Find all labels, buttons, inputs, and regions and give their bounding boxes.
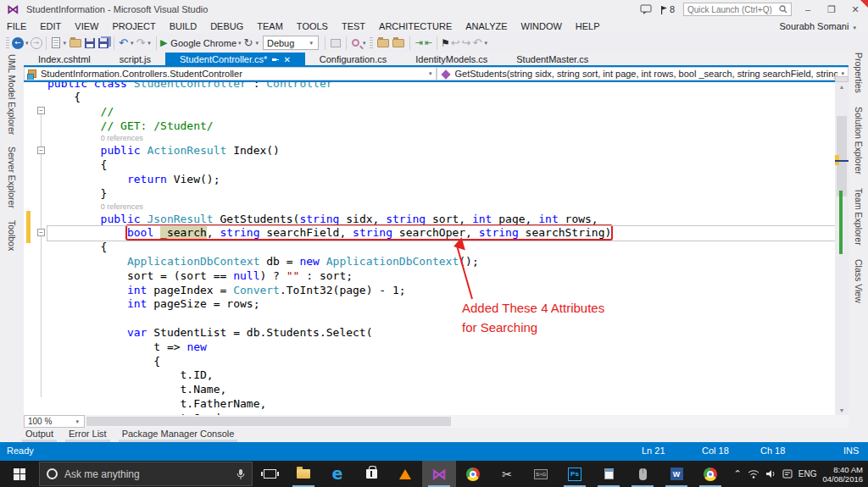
menu-analyze[interactable]: ANALYZE (459, 21, 514, 31)
next-bookmark-icon[interactable]: ↪ (462, 36, 471, 49)
taskbar-photoshop[interactable]: Ps (558, 461, 592, 487)
close-tab-icon[interactable]: ✕ (283, 55, 290, 64)
panel-tab-toolbox[interactable]: Toolbox (7, 220, 17, 251)
quick-launch-input[interactable]: Quick Launch (Ctrl+Q) (683, 3, 792, 16)
panel-tab-package-manager-console[interactable]: Package Manager Console (122, 428, 235, 439)
code-lines[interactable]: public class StudentController : Control… (24, 82, 835, 415)
prev-bookmark-icon[interactable]: ↩ (451, 36, 460, 49)
undo-dropdown-icon[interactable]: ▾ (131, 40, 134, 47)
save-button[interactable] (85, 38, 95, 48)
tab-script-js[interactable]: script.js (105, 53, 165, 65)
wifi-icon[interactable] (748, 469, 760, 479)
action-center-icon[interactable] (782, 469, 793, 479)
debug-target-label[interactable]: Google Chrome (170, 38, 236, 48)
menu-file[interactable]: FILE (0, 21, 33, 31)
refresh-dropdown-icon[interactable]: ▾ (255, 40, 259, 47)
debug-target-dropdown-icon[interactable]: ▾ (238, 40, 242, 47)
toolbar-overflow-icon[interactable]: ▾ (484, 40, 487, 47)
panel-tab-team-explorer[interactable]: Team Explorer (854, 188, 864, 246)
taskbar-store[interactable] (354, 461, 388, 487)
panel-tab-output[interactable]: Output (25, 428, 53, 439)
taskbar-clock[interactable]: 8:40 AM04/08/2016 (822, 465, 863, 484)
scroll-up-icon[interactable]: ▲ (835, 84, 849, 90)
toolbar-grip[interactable] (370, 37, 373, 49)
menu-project[interactable]: PROJECT (105, 21, 162, 31)
refresh-icon[interactable]: ↻ (244, 36, 253, 49)
tab-index-cshtml[interactable]: Index.cshtml (24, 53, 105, 65)
menu-debug[interactable]: DEBUG (203, 21, 250, 31)
back-dropdown-icon[interactable]: ▾ (25, 40, 29, 47)
new-file-dropdown-icon[interactable]: ▾ (64, 40, 67, 47)
cortana-search-input[interactable]: Ask me anything (39, 462, 253, 486)
menu-window[interactable]: WINDOW (515, 21, 569, 31)
taskbar-chrome[interactable] (456, 461, 490, 487)
taskbar-screen-to-gif[interactable]: S>G (524, 461, 558, 487)
attach-process-icon[interactable] (331, 39, 341, 47)
member-dropdown[interactable]: GetStudents(string sidx, string sort, in… (437, 67, 849, 80)
language-indicator[interactable]: ENG (798, 469, 817, 479)
configuration-select[interactable]: Debug▾ (263, 36, 319, 50)
menu-test[interactable]: TEST (335, 21, 372, 31)
menu-build[interactable]: BUILD (163, 21, 203, 31)
redo-button[interactable]: ↷ (136, 36, 145, 49)
save-all-button[interactable] (98, 38, 108, 48)
menu-edit[interactable]: EDIT (33, 21, 68, 31)
taskbar-vlc[interactable] (388, 461, 422, 487)
menu-help[interactable]: HELP (569, 21, 607, 31)
taskbar-notepad[interactable] (592, 461, 626, 487)
panel-tab-error-list[interactable]: Error List (69, 428, 107, 439)
taskbar-edge[interactable]: e (320, 461, 354, 487)
clear-bookmarks-icon[interactable]: ↶ (472, 36, 481, 49)
notifications-flag-icon[interactable]: 8 (660, 4, 675, 14)
redo-dropdown-icon[interactable]: ▾ (147, 40, 151, 47)
add-folder-icon[interactable] (392, 39, 404, 47)
microphone-icon[interactable] (236, 468, 245, 480)
panel-tab-class-view[interactable]: Class View (854, 259, 864, 303)
taskbar-file-explorer[interactable] (287, 461, 320, 487)
task-view-button[interactable] (253, 461, 287, 487)
feedback-icon[interactable] (640, 4, 652, 14)
taskbar-word[interactable]: W (659, 461, 693, 487)
horizontal-scrollbar[interactable] (85, 415, 849, 428)
tab-identitymodels-cs[interactable]: IdentityModels.cs (401, 53, 502, 65)
pin-tab-icon[interactable] (271, 56, 279, 64)
undo-button[interactable]: ↶ (119, 36, 128, 49)
taskbar-mouse-settings[interactable] (626, 461, 659, 487)
tab-configuration-cs[interactable]: Configuration.cs (305, 53, 402, 65)
volume-icon[interactable] (765, 469, 776, 479)
navigate-back-button[interactable]: ← (12, 37, 24, 49)
find-in-files-icon[interactable] (352, 39, 359, 47)
navigate-forward-code-icon[interactable]: ⇥ (415, 37, 422, 48)
tab-studentcontroller-cs[interactable]: StudentController.cs* ✕ (165, 53, 305, 65)
navigate-forward-button[interactable]: → (31, 37, 42, 49)
menu-team[interactable]: TEAM (250, 21, 290, 31)
taskbar-chrome-2[interactable] (693, 461, 727, 487)
taskbar-visual-studio[interactable]: ⋈ (422, 461, 456, 487)
tab-studentmaster-cs[interactable]: StudentMaster.cs (502, 53, 603, 65)
zoom-select[interactable]: 100 %▾ (24, 415, 85, 428)
panel-tab-properties[interactable]: Properties (854, 53, 864, 93)
code-editor[interactable]: − − − public class StudentController : C… (24, 82, 835, 415)
toolbar-grip[interactable] (6, 37, 9, 49)
editor-splitter-handle[interactable] (835, 76, 849, 82)
menu-tools[interactable]: TOOLS (290, 21, 335, 31)
restore-button[interactable]: ❐ (824, 4, 839, 15)
menu-architecture[interactable]: ARCHITECTURE (372, 21, 459, 31)
new-file-button[interactable] (52, 37, 60, 48)
type-dropdown[interactable]: StudentInformation.Controllers.StudentCo… (24, 67, 437, 80)
minimize-button[interactable]: – (800, 4, 815, 14)
start-debug-icon[interactable]: ▶ (160, 37, 167, 48)
vertical-scrollbar[interactable]: ▲ ▼ (835, 82, 849, 415)
open-file-button[interactable] (70, 39, 81, 47)
hidden-icons-chevron[interactable]: ⌃ (734, 468, 742, 479)
panel-tab-solution-explorer[interactable]: Solution Explorer (854, 107, 864, 174)
bookmark-icon[interactable]: ⚑ (441, 37, 450, 49)
scrollbar-thumb[interactable] (86, 417, 451, 426)
find-dropdown-icon[interactable]: ▾ (363, 40, 366, 47)
signed-in-user[interactable]: Sourabh Somani ▾ (779, 21, 868, 31)
panel-tab-server-explorer[interactable]: Server Explorer (7, 147, 17, 208)
taskbar-snipping-tool[interactable]: ✂ (490, 461, 524, 487)
menu-view[interactable]: VIEW (68, 21, 105, 31)
navigate-backward-code-icon[interactable]: ⇤ (425, 37, 432, 48)
panel-tab-uml-model-explorer[interactable]: UML Model Explorer (7, 54, 17, 135)
